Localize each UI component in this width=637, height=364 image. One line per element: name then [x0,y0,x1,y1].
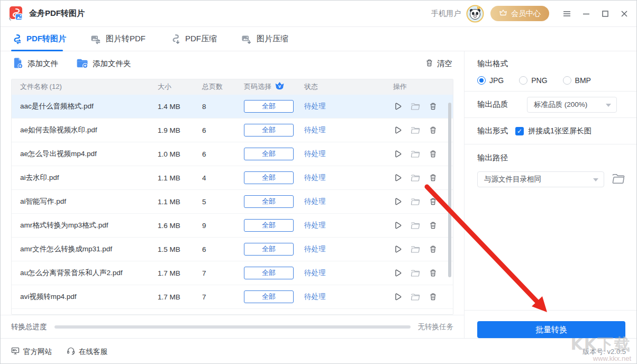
online-service-link[interactable]: 在线客服 [67,347,107,357]
page-count: 6 [197,150,237,158]
table-row[interactable]: amr格式转换为mp3格式.pdf1.6 MB9全部待处理 [12,213,453,237]
close-icon[interactable] [621,10,628,17]
play-icon[interactable] [393,221,402,230]
browse-folder-button[interactable] [612,173,625,186]
open-folder-icon[interactable] [411,126,421,134]
table-row[interactable]: aac是什么音频格式.pdf1.4 MB8全部待处理 [12,94,453,118]
output-quality-label: 输出品质 [477,99,515,110]
table-row[interactable]: ai去水印.pdf1.1 MB4全部待处理 [12,166,453,189]
output-quality-select[interactable]: 标准品质 (200%) [527,97,617,113]
vertical-scrollbar[interactable] [448,103,451,277]
play-icon[interactable] [393,245,402,254]
play-icon[interactable] [393,150,402,159]
file-table: 文件名称 (12)大小总页数页码选择v状态操作 aac是什么音频格式.pdf1.… [11,79,453,315]
play-icon[interactable] [393,293,402,302]
tab-图片压缩[interactable]: 图片压缩 [241,27,288,51]
format-radio-bmp[interactable]: BMP [563,76,591,85]
official-site-link[interactable]: 官方网站 [11,347,52,357]
stitch-long-image-checkbox[interactable]: ✓ [515,127,524,135]
delete-icon[interactable] [429,293,437,301]
vip-center-button[interactable]: 会员中心 [490,6,549,21]
page-count: 6 [197,126,237,134]
tab-PDF转图片[interactable]: PDF转图片 [11,27,66,51]
page-select-button[interactable]: 全部 [244,290,294,303]
page-select-button[interactable]: 全部 [244,314,294,315]
toolbar: 添加文件 添加文件夹 [1,51,464,76]
user-avatar[interactable] [466,5,484,23]
status-badge: 待处理 [304,197,326,205]
page-select-button[interactable]: 全部 [244,100,294,113]
status-badge: 待处理 [304,126,326,134]
delete-icon[interactable] [429,102,437,111]
menu-icon[interactable] [563,10,571,17]
open-folder-icon[interactable] [411,174,421,182]
format-radio-png[interactable]: PNG [519,76,547,85]
delete-icon[interactable] [429,150,437,158]
play-icon[interactable] [393,126,402,135]
format-radio-jpg[interactable]: JPG [477,76,504,85]
delete-icon[interactable] [429,221,437,230]
add-file-button[interactable]: 添加文件 [12,57,58,70]
file-name: ae怎么导出视频mp4.pdf [12,149,152,159]
delete-icon[interactable] [429,269,437,277]
delete-icon[interactable] [429,197,437,206]
page-select-button[interactable]: 全部 [244,148,294,160]
batch-convert-button[interactable]: 批量转换 [477,321,625,338]
page-select-button[interactable]: 全部 [244,267,294,279]
file-name: ai去水印.pdf [12,173,152,183]
version-label: 版本号: v2.0.5 [583,347,626,357]
tab-PDF压缩[interactable]: PDF压缩 [170,27,217,51]
page-select-button[interactable]: 全部 [244,195,294,208]
output-path-select[interactable]: 与源文件目录相同 [477,171,604,187]
file-size: 1.5 MB [152,245,197,253]
page-select-button[interactable]: 全部 [244,243,294,256]
status-badge: 待处理 [304,269,326,277]
play-icon[interactable] [393,102,402,111]
clear-list-button[interactable]: 清空 [425,59,452,69]
vip-badge-icon: v [275,81,285,92]
file-size: 1.6 MB [152,222,197,230]
file-size: 1.0 MB [152,150,197,158]
page-select-button[interactable]: 全部 [244,171,294,184]
page-select-button[interactable]: 全部 [244,219,294,232]
image-convert-icon [90,34,101,44]
title-bar: 金舟PDF转图片 手机用户 [1,1,636,27]
minimize-icon[interactable] [583,10,590,17]
open-folder-icon[interactable] [411,221,421,230]
pdf-convert-icon [11,34,22,44]
maximize-icon[interactable] [602,10,609,17]
status-badge: 待处理 [304,245,326,253]
page-select-button[interactable]: 全部 [244,124,294,136]
add-folder-button[interactable]: 添加文件夹 [76,57,131,70]
status-badge: 待处理 [304,221,326,229]
table-row[interactable]: au怎么分离背景音乐和人声2.pdf1.7 MB7全部待处理 [12,261,453,285]
chevron-down-icon [593,178,598,181]
play-icon[interactable] [393,174,402,183]
open-folder-icon[interactable] [411,293,421,301]
table-row[interactable]: 全部 [12,308,453,315]
table-row[interactable]: avi视频转mp4.pdf1.7 MB7全部待处理 [12,285,453,308]
table-row[interactable]: ae怎么导出视频mp4.pdf1.0 MB6全部待处理 [12,142,453,166]
image-compress-icon [241,34,252,44]
app-title: 金舟PDF转图片 [29,8,85,19]
play-icon[interactable] [393,269,402,278]
delete-icon[interactable] [429,245,437,253]
column-header: 总页数 [197,82,237,92]
tab-bar: PDF转图片图片转PDFPDF压缩图片压缩 [1,27,636,51]
table-row[interactable]: amr文件怎么转换成mp31.pdf1.5 MB6全部待处理 [12,237,453,261]
app-logo-icon [8,6,24,22]
open-folder-icon[interactable] [411,245,421,253]
open-folder-icon[interactable] [411,102,421,111]
play-icon[interactable] [393,197,402,206]
open-folder-icon[interactable] [411,197,421,206]
progress-row: 转换总进度 无转换任务 [1,315,464,338]
tab-图片转PDF[interactable]: 图片转PDF [90,27,145,51]
delete-icon[interactable] [429,174,437,182]
delete-icon[interactable] [429,126,437,134]
table-row[interactable]: ae如何去除视频水印.pdf1.9 MB6全部待处理 [12,118,453,142]
output-form-label: 输出形式 [477,126,515,136]
table-row[interactable]: ai智能写作.pdf1.1 MB5全部待处理 [12,189,453,213]
open-folder-icon[interactable] [411,150,421,158]
file-list-area: 添加文件 添加文件夹 [1,51,464,338]
open-folder-icon[interactable] [411,269,421,277]
